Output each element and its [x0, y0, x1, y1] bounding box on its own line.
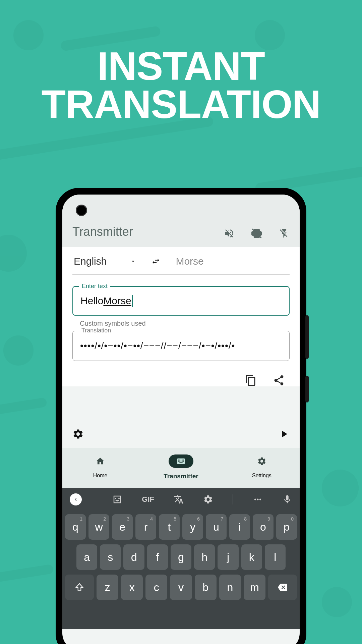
shift-key[interactable]: [65, 575, 94, 600]
source-language-dropdown[interactable]: English: [74, 256, 136, 267]
translator-content: English Morse Enter text Hello Morse Cus…: [62, 247, 300, 386]
nav-home[interactable]: Home: [88, 454, 113, 480]
key-l[interactable]: l: [265, 544, 286, 570]
share-icon[interactable]: [273, 374, 285, 386]
key-t[interactable]: t5: [159, 514, 180, 540]
text-input-field[interactable]: Enter text Hello Morse: [72, 286, 290, 316]
play-icon[interactable]: [278, 428, 290, 440]
language-row: English Morse: [72, 256, 290, 275]
copy-icon[interactable]: [245, 374, 257, 386]
key-x[interactable]: x: [121, 575, 143, 600]
home-icon: [96, 457, 105, 466]
key-y[interactable]: y6: [182, 514, 203, 540]
key-a[interactable]: a: [76, 544, 97, 570]
key-o[interactable]: o9: [253, 514, 274, 540]
bottom-nav: Home Transmitter Settings: [62, 448, 300, 488]
mic-icon[interactable]: [282, 494, 292, 504]
swap-icon[interactable]: [152, 257, 160, 266]
chevron-down-icon: [130, 258, 136, 264]
camera-icon: [76, 205, 87, 216]
translation-value: ••••/•/•−••/•−••/−−−//−−/−−−/•−•/•••/•: [73, 331, 289, 361]
backspace-icon: [278, 583, 287, 592]
key-n[interactable]: n: [219, 575, 241, 600]
keyboard-icon: [176, 457, 186, 466]
key-v[interactable]: v: [170, 575, 192, 600]
mute-vibration-icon[interactable]: [251, 228, 262, 239]
key-d[interactable]: d: [123, 544, 144, 570]
key-w[interactable]: w2: [88, 514, 109, 540]
shift-icon: [75, 583, 84, 592]
more-icon[interactable]: [253, 494, 263, 504]
page-title: Transmitter: [72, 225, 133, 239]
keyboard: GIF q1w2e3r4t5y6u7i8o9p0 asdfghjkl zxcvb…: [62, 488, 300, 629]
sticker-icon[interactable]: [112, 494, 122, 504]
key-z[interactable]: z: [97, 575, 118, 600]
nav-label: Home: [93, 473, 108, 479]
nav-settings[interactable]: Settings: [249, 454, 274, 480]
phone-frame: Transmitter English Morse Enter text Hel…: [56, 188, 306, 644]
app-header: Transmitter: [62, 195, 300, 247]
key-m[interactable]: m: [244, 575, 265, 600]
keyboard-settings-icon[interactable]: [203, 494, 213, 504]
gif-icon[interactable]: GIF: [142, 495, 154, 504]
gear-icon[interactable]: [72, 428, 84, 440]
mute-sound-icon[interactable]: [224, 228, 235, 239]
key-s[interactable]: s: [100, 544, 121, 570]
flash-off-icon[interactable]: [279, 228, 290, 239]
key-p[interactable]: p0: [276, 514, 297, 540]
key-g[interactable]: g: [171, 544, 191, 570]
translate-icon[interactable]: [174, 494, 184, 504]
settings-icon: [257, 457, 266, 466]
destination-language-label: Morse: [176, 256, 203, 267]
key-u[interactable]: u7: [206, 514, 227, 540]
phone-screen: Transmitter English Morse Enter text Hel…: [62, 195, 300, 644]
translation-output-field: Translation ••••/•/•−••/•−••/−−−//−−/−−−…: [72, 331, 290, 361]
nav-transmitter[interactable]: Transmitter: [164, 454, 198, 480]
custom-symbols-hint: Custom symbols used: [80, 320, 290, 327]
translation-label: Translation: [79, 327, 114, 334]
key-f[interactable]: f: [147, 544, 168, 570]
hero-line2: TRANSLATION: [0, 85, 362, 123]
input-label: Enter text: [79, 283, 110, 290]
key-c[interactable]: c: [145, 575, 167, 600]
key-j[interactable]: j: [218, 544, 238, 570]
keyboard-back-icon[interactable]: [70, 493, 82, 505]
hero-title: INSTANT TRANSLATION: [0, 47, 362, 123]
nav-label: Transmitter: [164, 473, 198, 480]
key-k[interactable]: k: [241, 544, 262, 570]
nav-label: Settings: [252, 473, 272, 479]
backspace-key[interactable]: [268, 575, 297, 600]
key-i[interactable]: i8: [229, 514, 250, 540]
key-e[interactable]: e3: [112, 514, 133, 540]
input-value: Hello Morse: [73, 287, 289, 315]
key-h[interactable]: h: [194, 544, 215, 570]
source-language-label: English: [74, 256, 107, 267]
key-q[interactable]: q1: [65, 514, 86, 540]
control-bar: [62, 420, 300, 448]
key-r[interactable]: r4: [135, 514, 156, 540]
key-b[interactable]: b: [195, 575, 217, 600]
hero-line1: INSTANT: [0, 47, 362, 85]
